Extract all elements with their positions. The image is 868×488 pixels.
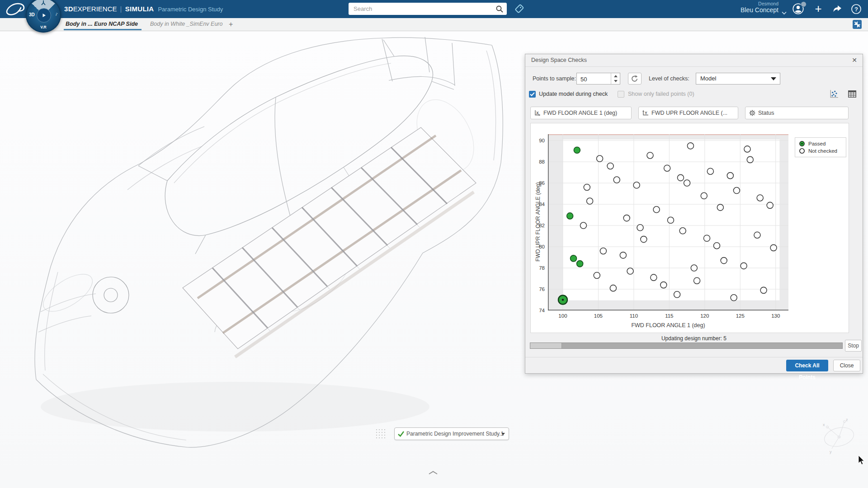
compass-play-icon[interactable]	[37, 8, 51, 23]
data-point[interactable]	[584, 184, 590, 190]
data-point[interactable]	[754, 232, 760, 238]
data-point[interactable]	[570, 255, 576, 262]
refresh-icon	[631, 75, 639, 83]
data-point[interactable]	[641, 236, 647, 243]
compass-3d-label[interactable]: 3D	[29, 12, 35, 17]
scatter-chart[interactable]: FWD UPR FLOOR ANGLE (deg) 10010511011512…	[530, 123, 849, 333]
add-content-button[interactable]: +	[812, 0, 825, 18]
chevron-up-icon[interactable]	[428, 469, 438, 477]
data-point[interactable]	[757, 195, 763, 201]
data-point[interactable]	[594, 272, 600, 278]
user-identity[interactable]: Desmond Bleu Concept	[723, 1, 778, 14]
compass-ifwe-icon[interactable]: iʹ	[56, 12, 57, 17]
data-point[interactable]	[597, 155, 603, 162]
column-x-axis[interactable]: X FWD FLOOR ANGLE 1 (deg)	[530, 107, 632, 119]
help-icon[interactable]: ?	[851, 4, 862, 16]
data-point[interactable]	[707, 168, 713, 174]
data-point[interactable]	[741, 263, 747, 269]
data-point[interactable]	[653, 206, 660, 213]
data-point[interactable]	[627, 268, 633, 274]
data-point[interactable]	[667, 217, 674, 223]
data-point[interactable]	[744, 146, 750, 152]
data-point[interactable]	[620, 252, 626, 258]
checkmark-icon	[530, 92, 535, 96]
tag-icon[interactable]	[514, 3, 525, 16]
data-point[interactable]	[717, 204, 723, 211]
data-point[interactable]	[687, 143, 693, 149]
share-icon[interactable]	[832, 4, 843, 16]
data-point[interactable]	[701, 192, 707, 199]
update-model-checkbox[interactable]	[529, 91, 536, 98]
mouse-cursor	[858, 455, 866, 468]
spinner-up-icon[interactable]	[614, 75, 618, 77]
data-point[interactable]	[577, 261, 583, 267]
points-to-sample-value[interactable]	[577, 73, 613, 85]
data-point[interactable]	[770, 244, 777, 251]
update-model-label[interactable]: Update model during check	[539, 89, 608, 99]
data-point[interactable]	[600, 248, 606, 254]
data-point[interactable]	[691, 265, 697, 271]
collapse-window-icon[interactable]	[853, 20, 862, 29]
tab-euro-ncap-side[interactable]: Body in ... Euro NCAP Side	[66, 18, 138, 30]
check-all-points-button[interactable]: Check All Points	[786, 360, 828, 371]
plot-area[interactable]: 100105110115120125130747678808284868890	[548, 134, 788, 310]
search-icon[interactable]	[495, 5, 504, 15]
panel-title-bar[interactable]: Design Space Checks ✕	[525, 54, 863, 67]
toolbar-drag-handle[interactable]	[375, 428, 386, 439]
add-tab-button[interactable]: +	[229, 18, 233, 30]
user-name: Desmond	[723, 1, 778, 7]
stop-button[interactable]: Stop	[845, 340, 862, 352]
spinner-down-icon[interactable]	[614, 80, 618, 82]
data-point[interactable]	[660, 282, 667, 288]
x-tick-label: 105	[594, 313, 603, 319]
data-point[interactable]	[567, 213, 573, 219]
data-point[interactable]	[684, 180, 690, 186]
data-point[interactable]	[610, 285, 616, 291]
study-selector[interactable]: Parametric Design Improvement Study.1	[394, 427, 509, 440]
data-point[interactable]	[679, 228, 686, 234]
data-point[interactable]	[731, 295, 737, 301]
spinner-buttons[interactable]	[611, 73, 620, 84]
data-point[interactable]	[727, 173, 733, 179]
study-selector-caret-icon[interactable]	[501, 433, 505, 435]
compass-top-icon[interactable]	[40, 0, 47, 8]
3ds-logo-icon[interactable]	[5, 2, 25, 18]
level-of-checks-dropdown[interactable]: Model	[696, 73, 780, 84]
data-point[interactable]	[674, 291, 680, 298]
data-point[interactable]	[694, 277, 700, 284]
close-button[interactable]: Close	[833, 360, 860, 371]
data-point[interactable]	[747, 156, 753, 163]
scatter-view-icon[interactable]	[829, 89, 839, 99]
search-box[interactable]	[349, 3, 507, 15]
status-text: Updating design number: 5	[525, 335, 863, 342]
data-point[interactable]	[733, 188, 740, 194]
data-point[interactable]	[664, 165, 670, 171]
data-point[interactable]	[637, 225, 643, 231]
search-input[interactable]	[349, 3, 496, 15]
column-y-axis[interactable]: Y FWD UPR FLOOR ANGLE (...	[638, 107, 738, 119]
data-point[interactable]	[704, 235, 710, 241]
data-point[interactable]	[677, 174, 684, 181]
tab-body-in-white[interactable]: Body in White _SimEnv Euro	[150, 18, 223, 30]
data-point[interactable]	[613, 177, 620, 183]
data-point[interactable]	[760, 287, 767, 293]
data-point[interactable]	[574, 147, 580, 153]
data-point[interactable]	[713, 243, 720, 249]
compass-vr-label[interactable]: V.R	[40, 25, 46, 29]
data-point[interactable]	[647, 152, 653, 159]
table-view-icon[interactable]	[847, 89, 857, 99]
data-point[interactable]	[633, 182, 640, 188]
data-point[interactable]	[721, 258, 727, 264]
data-point[interactable]	[623, 215, 630, 221]
data-point[interactable]	[607, 163, 613, 169]
points-to-sample-input[interactable]	[576, 73, 620, 84]
chevron-down-icon[interactable]	[782, 9, 787, 17]
data-point[interactable]	[587, 198, 593, 204]
data-point[interactable]	[580, 222, 586, 229]
close-icon[interactable]: ✕	[850, 56, 859, 64]
data-point[interactable]	[651, 274, 657, 281]
resample-button[interactable]	[628, 73, 642, 84]
column-status[interactable]: Status	[745, 107, 849, 119]
data-point-current-dot	[562, 299, 564, 300]
data-point[interactable]	[767, 202, 773, 208]
